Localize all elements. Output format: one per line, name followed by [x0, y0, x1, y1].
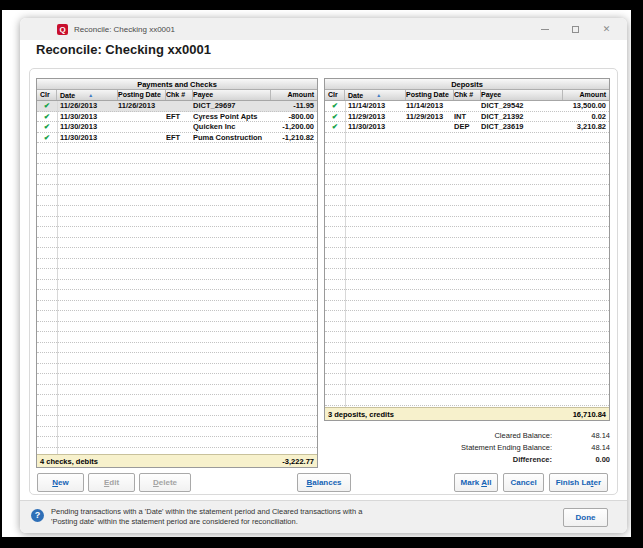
cell-posting_date — [406, 364, 454, 374]
done-button[interactable]: Done — [563, 508, 608, 527]
difference-value: 0.00 — [552, 454, 610, 466]
cell-date — [57, 448, 118, 455]
cell-posting_date — [406, 185, 454, 195]
cell-amount — [563, 374, 609, 384]
cell-cleared — [325, 269, 345, 279]
cell-date: 11/30/2013 — [57, 122, 118, 132]
cell-chk — [454, 364, 481, 374]
cell-amount — [271, 154, 317, 164]
cell-posting_date — [406, 311, 454, 321]
cell-amount — [563, 280, 609, 290]
edit-button[interactable]: Edit — [88, 473, 135, 492]
page-title: Reconcile: Checking xx0001 — [36, 42, 211, 57]
column-header-amount[interactable]: Amount — [271, 90, 317, 100]
empty-row — [325, 290, 609, 301]
column-header-posting-date[interactable]: Posting Date — [118, 90, 166, 100]
balances-button[interactable]: Balances — [297, 473, 351, 492]
new-button[interactable]: New — [37, 473, 84, 492]
cell-cleared — [325, 259, 345, 269]
cell-chk — [454, 322, 481, 332]
table-row[interactable]: ✔11/30/2013EFTCyress Point Apts-800.00 — [37, 112, 317, 123]
column-header-chk[interactable]: Chk # — [166, 90, 193, 100]
difference-row: Difference: 0.00 — [360, 454, 610, 466]
empty-row — [325, 374, 609, 385]
cell-amount — [271, 196, 317, 206]
table-row[interactable]: ✔11/30/2013DEPDICT_236193,210.82 — [325, 122, 609, 133]
cell-payee — [193, 206, 271, 216]
column-header-date-label: Date — [60, 92, 75, 99]
empty-row — [37, 269, 317, 280]
empty-row — [325, 133, 609, 144]
column-header-date[interactable]: Date▲ — [57, 90, 118, 100]
empty-row — [37, 227, 317, 238]
cell-chk — [166, 164, 193, 174]
cancel-button[interactable]: Cancel — [503, 473, 543, 492]
cell-amount — [271, 385, 317, 395]
payments-panel: Payments and Checks Clr Date▲ Posting Da… — [36, 78, 318, 468]
table-row[interactable]: ✔11/26/201311/26/2013DICT_29697-11.95 — [37, 101, 317, 112]
cell-cleared — [37, 332, 57, 342]
close-icon[interactable]: ✕ — [601, 24, 612, 35]
empty-row — [37, 427, 317, 438]
table-row[interactable]: ✔11/14/201311/14/2013DICT_2954213,500.00 — [325, 101, 609, 112]
cell-date — [57, 143, 118, 153]
cell-date — [345, 322, 406, 332]
cell-amount — [271, 238, 317, 248]
column-header-date-label: Date — [348, 92, 363, 99]
empty-row — [325, 196, 609, 207]
label-part: Cancel — [510, 478, 536, 487]
help-icon[interactable]: ? — [31, 509, 44, 522]
empty-row — [37, 332, 317, 343]
cleared-balance-value: 48.14 — [552, 430, 610, 442]
cell-payee — [481, 227, 563, 237]
cell-posting_date — [118, 164, 166, 174]
table-row[interactable]: ✔11/30/2013Quicken Inc-1,200.00 — [37, 122, 317, 133]
cell-posting_date — [118, 259, 166, 269]
cell-chk: INT — [454, 112, 481, 122]
cell-date — [57, 374, 118, 384]
table-row[interactable]: ✔11/29/201311/29/2013INTDICT_213920.02 — [325, 112, 609, 123]
cell-cleared — [325, 353, 345, 363]
cell-amount — [271, 301, 317, 311]
cell-payee — [193, 164, 271, 174]
cell-payee: DICT_29697 — [193, 101, 271, 111]
minimize-icon[interactable] — [539, 24, 550, 35]
maximize-icon[interactable] — [570, 24, 581, 35]
deposits-summary-bar: 3 deposits, credits 16,710.84 — [325, 407, 609, 420]
delete-button[interactable]: Delete — [139, 473, 191, 492]
cell-chk — [454, 280, 481, 290]
empty-row — [37, 364, 317, 375]
empty-row — [37, 301, 317, 312]
empty-row — [325, 332, 609, 343]
cell-cleared — [37, 185, 57, 195]
column-header-clr[interactable]: Clr — [37, 90, 57, 100]
empty-row — [37, 185, 317, 196]
window-title: Reconcile: Checking xx0001 — [74, 25, 175, 34]
cell-chk — [454, 164, 481, 174]
column-header-amount[interactable]: Amount — [563, 90, 609, 100]
cell-chk: EFT — [166, 133, 193, 143]
cell-date — [57, 269, 118, 279]
cell-chk — [166, 227, 193, 237]
column-header-payee[interactable]: Payee — [193, 90, 271, 100]
table-row[interactable]: ✔11/30/2013EFTPuma Construction-1,210.82 — [37, 133, 317, 144]
cell-posting_date — [118, 301, 166, 311]
cell-posting_date — [406, 238, 454, 248]
cell-posting_date — [118, 290, 166, 300]
column-header-posting-date[interactable]: Posting Date — [406, 90, 454, 100]
cell-cleared — [37, 259, 57, 269]
cell-date — [57, 259, 118, 269]
finish-later-button[interactable]: Finish Later — [549, 473, 608, 492]
cell-posting_date — [118, 374, 166, 384]
column-header-date[interactable]: Date▲ — [345, 90, 406, 100]
title-bar[interactable]: Q Reconcile: Checking xx0001 ✕ — [20, 18, 627, 40]
cell-posting_date — [118, 175, 166, 185]
column-header-clr[interactable]: Clr — [325, 90, 345, 100]
mark-all-button[interactable]: Mark All — [454, 473, 499, 492]
column-header-payee[interactable]: Payee — [481, 90, 563, 100]
cell-cleared — [37, 206, 57, 216]
cell-cleared — [37, 280, 57, 290]
cell-payee — [193, 175, 271, 185]
empty-row — [37, 311, 317, 322]
column-header-chk[interactable]: Chk # — [454, 90, 481, 100]
